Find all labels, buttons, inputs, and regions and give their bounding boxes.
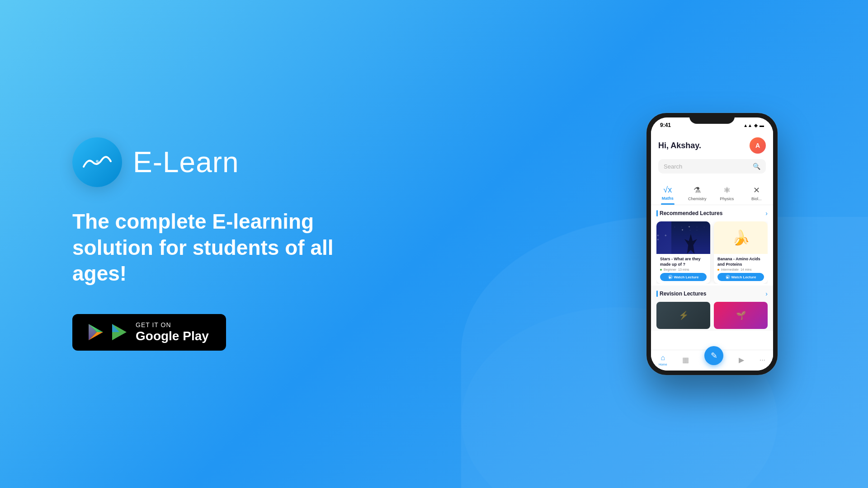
stars-meta: Beginner 13 mins: [660, 268, 707, 271]
phone-notch: [689, 113, 735, 124]
app-content: Hi, Akshay. A Search 🔍 √x Maths ⚗: [651, 131, 773, 371]
stars-dots: · · ✦ · · ✦ · ·: [671, 225, 710, 231]
recommended-title: Recommended Lectures: [656, 210, 722, 216]
nav-calendar[interactable]: ▦: [682, 356, 689, 364]
status-time: 9:41: [660, 122, 671, 128]
stars-card-info: Stars - What are they made up of ? Begin…: [656, 254, 710, 284]
svg-point-0: [96, 160, 99, 163]
revision-header: Revision Lectures ›: [656, 290, 768, 297]
hero-tagline: The complete E-learning solution for stu…: [72, 209, 380, 287]
stars-duration: 13 mins: [678, 268, 689, 271]
banana-card-info: Banana - Amino Acids and Proteins Interm…: [714, 254, 768, 284]
revision-thumb-2: 🌱: [714, 302, 768, 329]
home-icon: ⌂: [660, 354, 665, 362]
greeting-row: Hi, Akshay. A: [658, 137, 766, 154]
wifi-icon: ◈: [754, 123, 758, 128]
biology-label: Biol...: [751, 197, 762, 201]
recommended-section: Recommended Lectures › · · ✦ · · ✦ · ·: [651, 205, 773, 286]
cta-store-name: Google Play: [136, 328, 209, 343]
app-name: E-Learn: [133, 145, 239, 179]
calendar-icon: ▦: [682, 356, 689, 364]
stars-title: Stars - What are they made up of ?: [660, 257, 707, 267]
level-dot-yellow: [717, 269, 719, 271]
chemistry-icon: ⚗: [693, 185, 701, 195]
play-circle-2: ▶: [726, 275, 730, 279]
person-silhouette: [684, 234, 697, 254]
plant-icon: 🌱: [736, 310, 746, 320]
google-play-text: GET IT ON Google Play: [136, 321, 209, 343]
revision-arrow[interactable]: ›: [765, 290, 768, 297]
cta-pre-text: GET IT ON: [136, 321, 171, 328]
lecture-cards: · · ✦ · · ✦ · · Stars - What are they ma…: [656, 221, 768, 284]
revision-card-1: ⚡: [656, 302, 710, 329]
revision-title: Revision Lectures: [656, 291, 706, 297]
tab-physics[interactable]: ⚛ Physics: [712, 183, 742, 205]
phone-mockup-area: 9:41 ▲▲ ◈ ▬ Hi, Akshay. A Search: [646, 113, 778, 375]
video-icon: ▶: [739, 356, 744, 364]
google-play-icon: [112, 324, 128, 340]
play-store-icon: [87, 323, 105, 341]
tab-biology[interactable]: ✕ Biol...: [742, 183, 772, 205]
banana-duration: 14 mins: [741, 268, 752, 271]
revision-cards: ⚡ 🌱: [656, 302, 768, 329]
user-avatar[interactable]: A: [750, 137, 766, 154]
phone-screen: 9:41 ▲▲ ◈ ▬ Hi, Akshay. A Search: [651, 117, 773, 371]
lecture-card-stars: · · ✦ · · ✦ · · Stars - What are they ma…: [656, 221, 710, 284]
more-icon: ···: [760, 356, 765, 364]
revision-thumb-1: ⚡: [656, 302, 710, 329]
banana-title: Banana - Amino Acids and Proteins: [717, 257, 764, 267]
nav-videos[interactable]: ▶: [739, 356, 744, 364]
bottom-nav: ⌂ Home ▦ ✎ ▶ ···: [651, 350, 773, 371]
banana-meta: Intermediate 14 mins: [717, 268, 764, 271]
revision-section: Revision Lectures › ⚡ 🌱: [651, 286, 773, 331]
app-header: Hi, Akshay. A Search 🔍: [651, 131, 773, 179]
tab-maths[interactable]: √x Maths: [653, 183, 683, 205]
nav-home[interactable]: ⌂ Home: [659, 354, 667, 366]
recommended-header: Recommended Lectures ›: [656, 210, 768, 217]
banana-thumbnail: 🍌: [714, 221, 768, 254]
home-label: Home: [659, 363, 667, 366]
logo-icon: [72, 137, 122, 187]
level-dot-green: [660, 269, 662, 271]
search-bar[interactable]: Search 🔍: [658, 159, 766, 174]
logo-area: E-Learn: [72, 137, 380, 187]
recommended-arrow[interactable]: ›: [765, 210, 768, 217]
play-circle-1: ▶: [668, 275, 673, 279]
wave-svg: [81, 153, 113, 171]
nav-more[interactable]: ···: [760, 356, 765, 364]
biology-icon: ✕: [753, 185, 760, 195]
banana-emoji: 🍌: [732, 229, 750, 246]
watch-btn-label-2: Watch Lecture: [731, 275, 756, 279]
stars-thumbnail: · · ✦ · · ✦ · ·: [656, 221, 710, 254]
app-greeting: Hi, Akshay.: [658, 141, 701, 150]
physics-label: Physics: [720, 197, 734, 201]
tab-chemistry[interactable]: ⚗ Chemistry: [683, 183, 712, 205]
maths-icon: √x: [663, 185, 672, 195]
fab-icon: ✎: [711, 351, 717, 361]
search-placeholder-text: Search: [664, 163, 749, 170]
maths-label: Maths: [662, 196, 674, 201]
banana-level: Intermediate: [721, 268, 739, 271]
left-content-area: E-Learn The complete E-learning solution…: [72, 137, 380, 351]
watch-lecture-btn-1[interactable]: ▶ Watch Lecture: [660, 273, 707, 281]
search-icon: 🔍: [753, 163, 760, 170]
phone-outer-frame: 9:41 ▲▲ ◈ ▬ Hi, Akshay. A Search: [646, 113, 778, 375]
category-tabs: √x Maths ⚗ Chemistry ⚛ Physics ✕ Biol...: [651, 179, 773, 205]
physics-icon: ⚛: [723, 185, 731, 195]
fab-button[interactable]: ✎: [704, 346, 723, 365]
stars-level: Beginner: [664, 268, 676, 271]
signal-icon: ▲▲: [743, 123, 752, 128]
watch-btn-label-1: Watch Lecture: [674, 275, 699, 279]
watch-lecture-btn-2[interactable]: ▶ Watch Lecture: [717, 273, 764, 281]
lecture-card-banana: 🍌 Banana - Amino Acids and Proteins Inte…: [714, 221, 768, 284]
chemistry-label: Chemistry: [688, 197, 707, 201]
circuit-icon: ⚡: [679, 310, 689, 320]
status-icons: ▲▲ ◈ ▬: [743, 123, 764, 128]
revision-card-2: 🌱: [714, 302, 768, 329]
google-play-button[interactable]: GET IT ON Google Play: [72, 314, 226, 351]
battery-icon: ▬: [760, 123, 764, 128]
